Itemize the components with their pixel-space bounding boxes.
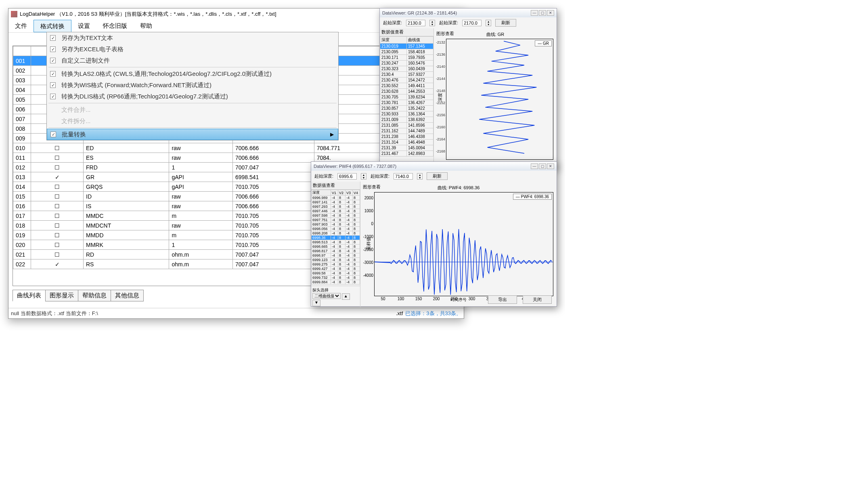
menu-item: 文件合并... <box>47 104 338 115</box>
close-icon[interactable]: ✕ <box>547 10 554 16</box>
dv1-start-input[interactable] <box>406 20 425 26</box>
data-row[interactable]: 6998.208-48-48 <box>312 231 360 236</box>
data-row[interactable]: 6999.427-48-48 <box>312 267 360 271</box>
dv2-plot-area <box>374 192 553 296</box>
data-row[interactable]: 2130.095158.4018 <box>380 49 433 55</box>
data-row[interactable]: 2131.009138.6392 <box>380 117 433 123</box>
probe-select[interactable]: 二维曲线值 <box>312 293 341 299</box>
svg-text:-2000: -2000 <box>363 247 373 252</box>
menu-item[interactable]: ✓另存为EXCEL电子表格 <box>47 44 338 55</box>
export-button[interactable]: 导出 <box>488 295 517 304</box>
data-row[interactable]: 6997.903-48-48 <box>312 222 360 227</box>
dv2-start-input[interactable] <box>337 173 357 180</box>
minimize-icon[interactable]: — <box>531 10 538 16</box>
statusbar: null 当前数据格式：.xtf 当前文件：F:\ .xtf 已选择：3条，共3… <box>8 308 464 318</box>
data-row[interactable]: 6999.732-48-48 <box>312 276 360 280</box>
dv2-y-axis: -4000-3000-2000-1000010002000 <box>362 192 374 296</box>
dv1-refresh-button[interactable]: 刷新 <box>495 19 516 27</box>
dv2-refresh-button[interactable]: 刷新 <box>427 172 448 180</box>
data-row[interactable]: 2130.781136.4267 <box>380 100 433 106</box>
data-row[interactable]: 6998.056-48-48 <box>312 227 360 231</box>
svg-text:-2164: -2164 <box>436 137 445 141</box>
tab-0[interactable]: 曲线列表 <box>13 290 46 301</box>
data-row[interactable]: 2131.238146.4338 <box>380 134 433 140</box>
data-row[interactable]: 2130.628144.2553 <box>380 89 433 94</box>
maximize-icon[interactable]: ▢ <box>539 163 546 169</box>
data-row[interactable]: 6998.513-48-48 <box>312 240 360 245</box>
tab-2[interactable]: 帮助信息 <box>78 290 111 301</box>
menu-item[interactable]: ✓自定义二进制文件 <box>47 55 338 66</box>
data-row[interactable]: 2131.314146.4948 <box>380 140 433 145</box>
svg-text:-1000: -1000 <box>363 234 373 239</box>
data-row[interactable]: 6998.817-48-48 <box>312 249 360 253</box>
menu-item[interactable]: ✓转换为LAS2.0格式 (CWLS,通用;Techolog2014/Geolo… <box>47 68 338 79</box>
dv1-data-header: 数据值查看 <box>380 28 433 36</box>
up-arrow-icon[interactable]: ▲ <box>342 293 350 300</box>
data-row[interactable]: 2130.247160.5476 <box>380 61 433 66</box>
data-row[interactable]: 6998.665-48-48 <box>312 245 360 249</box>
spinner-icon[interactable]: ▲▼ <box>486 20 491 26</box>
data-row[interactable]: 6997.598-48-48 <box>312 213 360 218</box>
menu-item[interactable]: ✓批量转换▶ <box>47 129 338 140</box>
data-row[interactable]: 6999.58-48-48 <box>312 271 360 276</box>
data-row[interactable]: 2130.019157.1345 <box>380 44 433 49</box>
menu-文件[interactable]: 文件 <box>8 20 34 32</box>
tab-3[interactable]: 其他信息 <box>111 290 144 301</box>
data-row[interactable]: 2130.4157.9327 <box>380 72 433 77</box>
spinner-icon[interactable]: ▲▼ <box>429 20 435 26</box>
data-row[interactable]: 2131.162144.7489 <box>380 128 433 134</box>
data-row[interactable]: 6997.446-48-48 <box>312 209 360 213</box>
svg-text:-2148: -2148 <box>436 89 445 93</box>
dataviewer-pwf4-window: DataViewer: PWF4 (6995.617 - 7327.087) —… <box>311 161 557 307</box>
data-row[interactable]: 6999.123-48-48 <box>312 258 360 262</box>
data-row[interactable]: 2130.933136.1364 <box>380 111 433 117</box>
close-icon[interactable]: ✕ <box>547 163 554 169</box>
menu-item[interactable]: ✓另存为为TEXT文本 <box>47 32 338 44</box>
spinner-icon[interactable]: ▲▼ <box>417 173 423 180</box>
menu-格式转换[interactable]: 格式转换 <box>34 20 71 32</box>
menu-item-label: 转换为DLIS格式 (RP66通用;Techlog2014/Geolog7.2测… <box>59 93 338 100</box>
svg-text:-2168: -2168 <box>436 149 445 153</box>
data-row[interactable]: 6997.293-48-48 <box>312 205 360 209</box>
menu-item[interactable]: ✓转换为DLIS格式 (RP66通用;Techlog2014/Geolog7.2… <box>47 91 338 102</box>
tab-1[interactable]: 图形显示 <box>45 290 78 301</box>
status-mid: .xtf <box>396 310 403 316</box>
menu-item: 文件拆分... <box>47 115 338 127</box>
menu-怀念旧版[interactable]: 怀念旧版 <box>96 20 134 32</box>
data-row[interactable]: 2130.552149.4411 <box>380 83 433 89</box>
data-row[interactable]: 6998.97-48-48 <box>312 253 360 258</box>
data-row[interactable]: 2130.705139.6234 <box>380 94 433 100</box>
maximize-icon[interactable]: ▢ <box>539 10 546 16</box>
menu-设置[interactable]: 设置 <box>71 20 96 32</box>
data-row[interactable]: 6998.36-48-48 <box>312 236 360 240</box>
spinner-icon[interactable]: ▲▼ <box>361 173 366 180</box>
close-button[interactable]: 关闭 <box>523 295 552 304</box>
down-arrow-icon[interactable]: ▼ <box>312 300 320 306</box>
data-row[interactable]: 2130.323160.0439 <box>380 66 433 72</box>
check-icon: ✓ <box>50 132 56 137</box>
data-row[interactable]: 2131.39145.0094 <box>380 145 433 151</box>
data-row[interactable]: 2130.857135.2422 <box>380 106 433 111</box>
svg-text:0: 0 <box>371 222 373 226</box>
data-row[interactable]: 6997.141-48-48 <box>312 200 360 205</box>
check-icon: ✓ <box>50 94 56 99</box>
data-row[interactable]: 6997.751-48-48 <box>312 218 360 222</box>
probe-select-area: 探头选择 二维曲线值 ▲ ▼ <box>311 286 360 307</box>
dv2-end-input[interactable] <box>394 173 413 180</box>
dv2-controls: 起始深度: ▲▼ 起始深度: ▲▼ 刷新 <box>311 171 557 182</box>
data-row[interactable]: 6996.989-48-48 <box>312 196 360 200</box>
data-row[interactable]: 2131.085141.8596 <box>380 123 433 128</box>
menu-帮助[interactable]: 帮助 <box>134 20 159 32</box>
svg-text:-4000: -4000 <box>363 273 373 278</box>
menu-item[interactable]: ✓转换为WIS格式 (Forward;Watch;Forward.NET测试通过… <box>47 79 338 91</box>
data-row[interactable]: 6999.275-48-48 <box>312 262 360 267</box>
minimize-icon[interactable]: — <box>531 163 538 169</box>
svg-text:100: 100 <box>398 297 404 301</box>
data-row[interactable]: 2130.171159.7935 <box>380 55 433 61</box>
data-row[interactable]: 2131.467142.8983 <box>380 151 433 157</box>
dv1-end-input[interactable] <box>462 20 482 26</box>
data-row[interactable]: 6999.884-48-48 <box>312 280 360 284</box>
dv1-controls: 起始深度: ▲▼ 起始深度: ▲▼ 刷新 <box>380 17 557 28</box>
data-row[interactable]: 2130.476154.2472 <box>380 77 433 83</box>
menu-item-label: 转换为WIS格式 (Forward;Watch;Forward.NET测试通过) <box>59 82 338 89</box>
